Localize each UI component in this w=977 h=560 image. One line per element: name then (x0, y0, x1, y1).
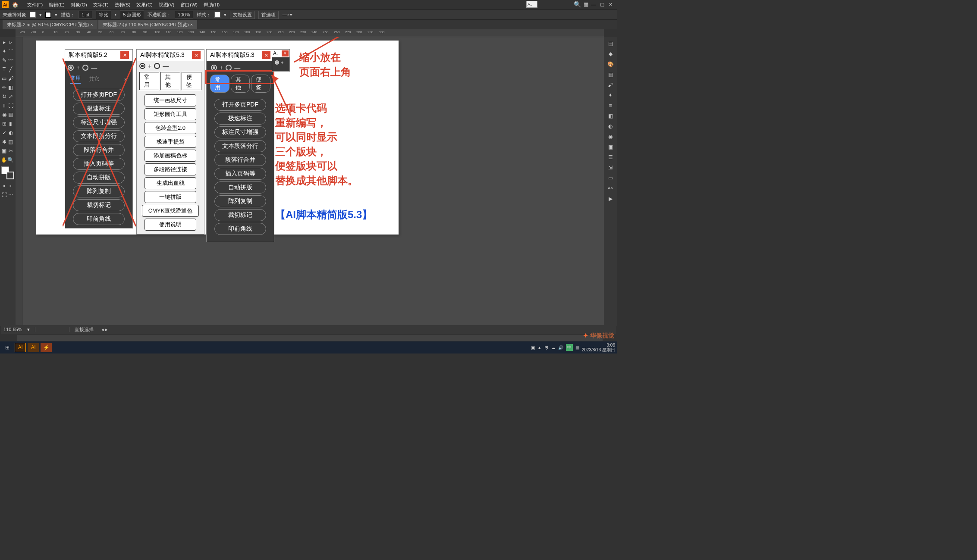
radio-off-icon[interactable] (226, 65, 232, 71)
stroke-icon[interactable]: ≡ (606, 101, 615, 110)
p1-btn-6[interactable]: 自动拼版 (73, 172, 125, 184)
color-mode[interactable]: ▪ (1, 181, 7, 190)
perspective-tool[interactable]: ▦ (7, 110, 14, 119)
ime-indicator[interactable]: 中 (566, 344, 573, 351)
hand-tool[interactable]: ✋ (1, 156, 7, 164)
artboards-icon[interactable]: ▭ (606, 173, 615, 183)
eyedropper-tool[interactable]: ✓ (1, 128, 7, 137)
uniform-select[interactable]: 等比 (96, 10, 111, 19)
mesh-tool[interactable]: ⊞ (1, 119, 7, 128)
p1-btn-5[interactable]: 插入页码等 (73, 158, 125, 170)
radio-on-icon[interactable] (68, 65, 74, 71)
tray-icon[interactable]: 🔊 (558, 345, 563, 350)
p2-btn-4[interactable]: 添加画稿色标 (145, 150, 196, 162)
stroke-width[interactable]: 1 pt (79, 11, 92, 19)
p3-btn-3[interactable]: 文本段落分行 (214, 140, 266, 152)
color-icon[interactable]: 🎨 (606, 59, 615, 69)
p2-btn-6[interactable]: 生成出血线 (145, 177, 196, 189)
taskbar-ai-1[interactable]: Ai (15, 343, 26, 352)
align-icon[interactable]: ⟶✦ (282, 12, 293, 18)
menu-view[interactable]: 视图(V) (157, 1, 176, 9)
radio-off-icon[interactable] (154, 63, 160, 69)
doc-setup-button[interactable]: 文档设置 (230, 11, 255, 19)
menu-effect[interactable]: 效果(C) (135, 1, 154, 9)
zoom-tool[interactable]: 🔍 (7, 156, 14, 164)
tray-icon[interactable]: ☁ (551, 345, 556, 350)
appearance-icon[interactable]: ◉ (606, 132, 615, 141)
properties-icon[interactable]: ▤ (606, 39, 615, 48)
panel2-tab-notes[interactable]: 便签 (182, 72, 201, 90)
p1-btn-9[interactable]: 印前角线 (73, 213, 125, 225)
panel2-tab-common[interactable]: 常用 (139, 72, 159, 90)
p3-btn-2[interactable]: 标注尺寸增强 (214, 126, 266, 138)
tray-icon[interactable]: ▣ (531, 345, 535, 350)
p2-btn-9[interactable]: 使用说明 (145, 219, 196, 231)
radio-off-icon[interactable] (82, 65, 88, 71)
rotate-tool[interactable]: ↻ (1, 92, 7, 101)
menu-type[interactable]: 文字(T) (91, 1, 110, 9)
p3-btn-8[interactable]: 裁切标记 (214, 209, 266, 221)
rectangle-tool[interactable]: ▭ (1, 74, 7, 83)
docked-mini-panel[interactable]: A.. (526, 1, 537, 8)
type-tool[interactable]: T (1, 65, 7, 74)
minimize-button[interactable]: — (591, 2, 596, 7)
p1-btn-1[interactable]: 极速标注 (73, 103, 125, 115)
p1-btn-7[interactable]: 阵列复制 (73, 185, 125, 197)
taskbar-ai-2[interactable]: Ai (28, 343, 39, 352)
panel2-close-button[interactable]: ✕ (192, 51, 201, 59)
curvature-tool[interactable]: 〰 (7, 56, 14, 65)
maximize-button[interactable]: ▢ (600, 2, 604, 7)
artboard-tool[interactable]: ▣ (1, 147, 7, 155)
menu-file[interactable]: 文件(F) (25, 1, 44, 9)
symbols-icon[interactable]: ✦ (606, 91, 615, 100)
home-icon[interactable]: 🏠 (12, 2, 19, 8)
layers-icon[interactable]: ☰ (606, 153, 615, 162)
p3-btn-0[interactable]: 打开多页PDF (214, 99, 266, 111)
menu-help[interactable]: 帮助(H) (202, 1, 221, 9)
lasso-tool[interactable]: ⌒ (7, 47, 14, 56)
zoom-level[interactable]: 110.65% (3, 327, 22, 332)
p3-btn-9[interactable]: 印前角线 (214, 223, 266, 235)
preferences-button[interactable]: 首选项 (258, 11, 279, 19)
p1-btn-8[interactable]: 裁切标记 (73, 199, 125, 211)
p3-btn-4[interactable]: 段落行合并 (214, 154, 266, 166)
horizontal-scrollbar[interactable] (16, 335, 603, 341)
blend-tool[interactable]: ◐ (7, 128, 14, 137)
brushes-icon[interactable]: 🖌 (606, 80, 615, 90)
arrange-icon[interactable]: ▦ (584, 1, 588, 7)
tray-icon[interactable]: ⛨ (544, 345, 549, 350)
asset-export-icon[interactable]: ⇲ (606, 163, 615, 172)
menu-select[interactable]: 选择(S) (113, 1, 132, 9)
panel4-close-button[interactable]: ✕ (282, 50, 289, 56)
libraries-icon[interactable]: ◆ (606, 49, 615, 59)
menu-edit[interactable]: 编辑(E) (47, 1, 66, 9)
p3-btn-1[interactable]: 极速标注 (214, 113, 266, 125)
screen-mode[interactable]: ⛶ (1, 191, 7, 199)
radio-on-icon[interactable] (211, 65, 217, 71)
p1-btn-2[interactable]: 标注尺寸增强 (73, 116, 125, 128)
gradient-mode[interactable]: ▫ (7, 181, 14, 190)
menu-object[interactable]: 对象(O) (69, 1, 89, 9)
panel2-tab-other[interactable]: 其他 (160, 72, 180, 90)
fill-stroke-control[interactable] (1, 166, 14, 179)
eraser-tool[interactable]: ◧ (7, 83, 14, 92)
panel1-close-button[interactable]: ✕ (120, 51, 129, 59)
selection-tool[interactable]: ▸ (1, 38, 7, 47)
p2-btn-7[interactable]: 一键拼版 (145, 191, 196, 203)
menu-window[interactable]: 窗口(W) (179, 1, 199, 9)
shaper-tool[interactable]: ✏ (1, 83, 7, 92)
p3-btn-6[interactable]: 自动拼版 (214, 181, 266, 194)
p1-btn-0[interactable]: 打开多页PDF (73, 89, 125, 101)
magic-wand-tool[interactable]: ✦ (1, 47, 7, 56)
paintbrush-tool[interactable]: 🖌 (7, 74, 14, 83)
panel1-tab-common[interactable]: 常用 (70, 75, 81, 84)
chevron-right-icon[interactable]: » (124, 76, 127, 82)
opacity-value[interactable]: 100% (175, 11, 193, 19)
p1-btn-3[interactable]: 文本段落分行 (73, 130, 125, 142)
free-transform-tool[interactable]: ⛶ (7, 101, 14, 110)
direct-selection-tool[interactable]: ▹ (7, 38, 14, 47)
p3-btn-7[interactable]: 阵列复制 (214, 195, 266, 207)
scale-tool[interactable]: ⤢ (7, 92, 14, 101)
stroke-swatch[interactable] (45, 12, 51, 18)
close-button[interactable]: ✕ (609, 2, 613, 7)
